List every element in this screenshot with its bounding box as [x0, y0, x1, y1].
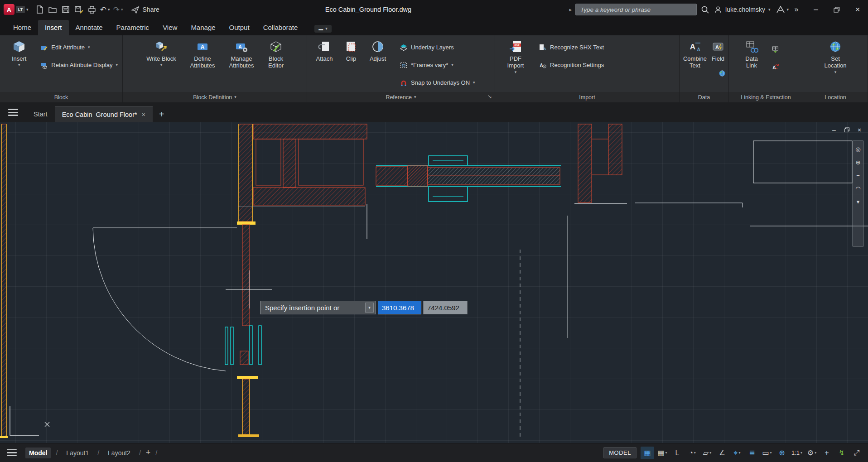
layout-tab-layout2[interactable]: Layout2: [104, 448, 134, 458]
new-drawing-tab-button[interactable]: +: [153, 106, 171, 122]
chevron-down-icon: ▾: [26, 8, 29, 12]
panel-label-data[interactable]: Data: [680, 92, 728, 102]
panel-label-block-definition[interactable]: Block Definition ▾: [123, 92, 307, 102]
orbit-icon[interactable]: ◠: [855, 186, 860, 192]
combine-text-button[interactable]: AA Combine Text: [681, 38, 709, 71]
x-coordinate-field[interactable]: 3610.3678: [378, 301, 421, 314]
plot-button[interactable]: [86, 3, 98, 16]
graphics-performance-toggle[interactable]: ↯: [835, 447, 849, 459]
search-input[interactable]: [575, 4, 697, 15]
clean-screen-toggle[interactable]: ⤢: [850, 447, 863, 459]
customization-button[interactable]: +: [820, 447, 834, 459]
autodesk-app-button[interactable]: ▾: [775, 3, 790, 16]
recognition-settings-button[interactable]: A Recognition Settings: [536, 59, 607, 71]
pdf-import-button[interactable]: PDF PDF Import ▾: [502, 38, 530, 76]
new-file-button[interactable]: [33, 3, 46, 16]
ortho-toggle[interactable]: L: [670, 447, 684, 459]
data-link-button[interactable]: Data Link: [739, 38, 764, 71]
file-tab-start[interactable]: Start: [26, 106, 55, 122]
steering-wheel-icon[interactable]: ◎: [855, 146, 860, 152]
tab-insert[interactable]: Insert: [38, 20, 69, 35]
snap-mode-toggle[interactable]: ▦▾: [656, 447, 669, 459]
insert-block-button[interactable]: Insert ▾: [5, 38, 34, 68]
panel-label-block[interactable]: Block: [0, 92, 122, 102]
zoom-icon[interactable]: ⊕: [856, 159, 861, 165]
file-tabs-menu-button[interactable]: [0, 102, 26, 122]
share-button[interactable]: Share: [131, 5, 159, 14]
tab-parametric[interactable]: Parametric: [110, 20, 156, 35]
attach-button[interactable]: Attach: [311, 38, 338, 63]
file-tab-active-doc[interactable]: Eco Cabin_Ground Floor* ×: [55, 106, 153, 122]
workspace-settings-button[interactable]: ⚙▾: [805, 447, 819, 459]
undo-button[interactable]: ↶ ▾: [99, 3, 111, 16]
zoom-out-icon[interactable]: −: [856, 173, 860, 178]
field-button[interactable]: A Field: [709, 38, 727, 63]
app-menu-button[interactable]: A LT ▾: [0, 4, 31, 15]
prompt-options-button[interactable]: ▾: [365, 303, 374, 313]
polar-tracking-toggle[interactable]: ◔▾: [685, 447, 699, 459]
panel-label-reference[interactable]: Reference ▾ ↘: [307, 92, 495, 102]
y-coordinate-field[interactable]: 7424.0592: [423, 301, 468, 314]
ribbon-display-toggle[interactable]: ▬ ▾: [314, 25, 332, 33]
layout-tab-layout1[interactable]: Layout1: [63, 448, 92, 458]
tab-view[interactable]: View: [156, 20, 184, 35]
object-snap-tracking-toggle[interactable]: ∠: [715, 447, 729, 459]
layout-tabs: Model / Layout1 / Layout2 / + /: [25, 448, 157, 458]
annotation-scale-button[interactable]: 1:1▾: [790, 447, 804, 459]
frames-dropdown[interactable]: *Frames vary* ▾: [397, 59, 478, 71]
close-button[interactable]: ×: [847, 0, 868, 19]
viewport-minimize-button[interactable]: –: [829, 126, 839, 134]
account-menu[interactable]: luke.cholmsky ▾: [714, 5, 770, 14]
object-snap-toggle[interactable]: ⌖▾: [730, 447, 744, 459]
search-icon[interactable]: [700, 5, 709, 14]
panel-label-linking[interactable]: Linking & Extraction: [729, 92, 803, 102]
snap-to-underlays-dropdown[interactable]: Snap to Underlays ON ▾: [397, 77, 478, 89]
geolocation-icon[interactable]: [719, 70, 726, 79]
new-layout-button[interactable]: +: [146, 448, 151, 457]
maximize-button[interactable]: [826, 0, 847, 19]
recognize-shx-button[interactable]: A Recognize SHX Text: [536, 41, 607, 53]
dynamic-input-toggle[interactable]: ⊕: [775, 447, 789, 459]
minimize-button[interactable]: –: [805, 0, 826, 19]
dialog-launcher-icon[interactable]: ↘: [487, 93, 492, 100]
manage-attributes-button[interactable]: A Manage Attributes: [223, 38, 260, 71]
tab-manage[interactable]: Manage: [184, 20, 222, 35]
status-menu-button[interactable]: [0, 443, 24, 462]
navbar-more-icon[interactable]: ▾: [857, 199, 860, 205]
isodraft-toggle[interactable]: ▱▾: [700, 447, 714, 459]
set-location-button[interactable]: Set Location ▾: [820, 38, 851, 76]
search-history-icon[interactable]: ▸: [569, 7, 572, 13]
save-as-button[interactable]: [72, 3, 85, 16]
model-space-button[interactable]: MODEL: [603, 447, 637, 458]
tab-output[interactable]: Output: [222, 20, 256, 35]
lineweight-toggle[interactable]: ≣: [745, 447, 759, 459]
redo-button[interactable]: ↷ ▾: [112, 3, 125, 16]
layout-tab-model[interactable]: Model: [25, 448, 51, 458]
panel-label-import[interactable]: Import: [495, 92, 679, 102]
toolbar-overflow-button[interactable]: »: [790, 3, 803, 16]
viewport-close-button[interactable]: ×: [854, 126, 864, 134]
underlay-layers-button[interactable]: Underlay Layers: [397, 41, 478, 53]
selection-cycling-toggle[interactable]: ▭▾: [760, 447, 774, 459]
define-attributes-button[interactable]: A Define Attributes: [185, 38, 220, 71]
panel-label-location[interactable]: Location: [803, 92, 868, 102]
extract-data-button[interactable]: [769, 43, 782, 55]
grid-display-toggle[interactable]: ▦: [641, 447, 654, 459]
edit-attribute-button[interactable]: Edit Attribute ▾: [37, 41, 121, 53]
clip-button[interactable]: Clip: [340, 38, 362, 63]
viewport-restore-button[interactable]: [842, 126, 852, 134]
close-tab-icon[interactable]: ×: [142, 111, 145, 118]
open-file-button[interactable]: [46, 3, 59, 16]
tab-home[interactable]: Home: [6, 20, 38, 35]
tab-collaborate[interactable]: Collaborate: [256, 20, 305, 35]
adjust-button[interactable]: Adjust: [364, 38, 391, 63]
write-block-button[interactable]: Write Block ▾: [140, 38, 182, 68]
drawing-canvas[interactable]: – × ◎ ⊕ − ◠ ▾ Specify insertion point or…: [0, 122, 868, 443]
update-fields-button[interactable]: A: [769, 61, 782, 73]
status-toggles: MODEL ▦ ▦▾ L ◔▾ ▱▾ ∠ ⌖▾ ≣ ▭▾ ⊕ 1:1▾ ⚙▾ +…: [603, 447, 868, 459]
tab-annotate[interactable]: Annotate: [69, 20, 110, 35]
printer-icon: [87, 5, 96, 14]
block-editor-button[interactable]: Block Editor: [263, 38, 289, 71]
save-button[interactable]: [59, 3, 72, 16]
retain-attribute-display-button[interactable]: Retain Attribute Display ▾: [37, 59, 121, 71]
